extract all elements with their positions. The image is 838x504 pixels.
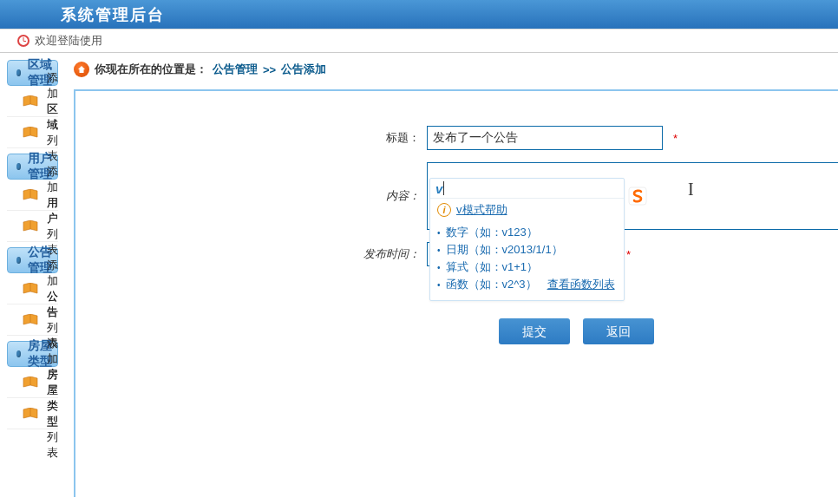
- home-icon: [74, 62, 89, 77]
- ime-help-link[interactable]: v模式帮助: [456, 202, 507, 218]
- bullet-icon: •: [437, 228, 441, 238]
- text-cursor-icon: [443, 181, 444, 195]
- sidebar-item-notice-list[interactable]: 公告列表: [7, 304, 58, 336]
- breadcrumb: 你现在所在的位置是： 公告管理 >> 公告添加: [74, 62, 838, 77]
- sidebar-item-user-list[interactable]: 用户列表: [7, 211, 58, 242]
- book-icon: [23, 283, 38, 295]
- book-icon: [23, 408, 38, 420]
- book-icon: [23, 220, 38, 232]
- ime-hint-text: 日期（如：v2013/1/1）: [446, 242, 563, 258]
- welcome-bar: 欢迎登陆使用: [0, 29, 838, 53]
- book-icon: [23, 376, 38, 389]
- breadcrumb-part2[interactable]: 公告添加: [281, 62, 326, 77]
- ime-hint-list: • 数字（如：v123） • 日期（如：v2013/1/1） • 算式（如：v1…: [430, 220, 624, 300]
- sogou-logo-icon: [627, 186, 648, 206]
- dot-icon: [16, 69, 21, 76]
- info-icon: i: [437, 203, 451, 217]
- sidebar-item-region-list[interactable]: 区域列表: [7, 117, 58, 148]
- app-title: 系统管理后台: [61, 4, 165, 25]
- title-input[interactable]: [427, 126, 663, 150]
- welcome-text: 欢迎登陆使用: [35, 33, 102, 49]
- clock-icon: [17, 35, 29, 47]
- sidebar-item-label: 房屋类型列表: [47, 367, 58, 461]
- main-area: 你现在所在的位置是： 公告管理 >> 公告添加 标题： * 内容： 发布时间： …: [65, 53, 838, 504]
- back-button[interactable]: 返回: [583, 318, 654, 344]
- required-mark: *: [626, 248, 631, 261]
- dot-icon: [16, 350, 21, 357]
- header-bar: 系统管理后台: [0, 0, 838, 29]
- ime-input-char: v: [435, 181, 442, 196]
- required-mark: *: [673, 132, 678, 145]
- content-label: 内容：: [75, 188, 427, 204]
- bullet-icon: •: [437, 263, 441, 272]
- sidebar-item-house-type-list[interactable]: 房屋类型列表: [7, 398, 58, 429]
- ime-hint-item: • 算式（如：v1+1）: [437, 259, 619, 276]
- submit-button[interactable]: 提交: [499, 318, 570, 344]
- ime-popup: v i v模式帮助 • 数字（如：v123） • 日期（如：v2013/1/1）…: [429, 178, 625, 301]
- sidebar: 区域管理 添加区域 区域列表 用户管理 添加用户 用户列表: [0, 53, 65, 504]
- ime-hint-text: 算式（如：v1+1）: [446, 259, 539, 275]
- breadcrumb-prefix: 你现在所在的位置是：: [95, 62, 207, 77]
- dot-icon: [16, 163, 21, 170]
- breadcrumb-part1[interactable]: 公告管理: [213, 62, 258, 77]
- bullet-icon: •: [437, 280, 441, 290]
- ime-function-list-link[interactable]: 查看函数列表: [547, 277, 615, 292]
- bullet-icon: •: [437, 245, 441, 255]
- book-icon: [23, 189, 38, 201]
- book-icon: [23, 127, 38, 139]
- ime-hint-text: 函数（如：v2^3）: [446, 277, 537, 292]
- ime-hint-text: 数字（如：v123）: [446, 225, 538, 240]
- text-caret-icon: I: [688, 180, 694, 200]
- ime-hint-item: • 数字（如：v123）: [437, 224, 619, 241]
- time-label: 发布时间：: [75, 246, 427, 262]
- dot-icon: [16, 257, 21, 264]
- ime-hint-item: • 函数（如：v2^3） 查看函数列表: [437, 276, 619, 293]
- ime-hint-item: • 日期（如：v2013/1/1）: [437, 241, 619, 259]
- title-label: 标题：: [75, 130, 427, 146]
- breadcrumb-sep: >>: [263, 63, 276, 76]
- book-icon: [23, 95, 38, 108]
- book-icon: [23, 314, 38, 326]
